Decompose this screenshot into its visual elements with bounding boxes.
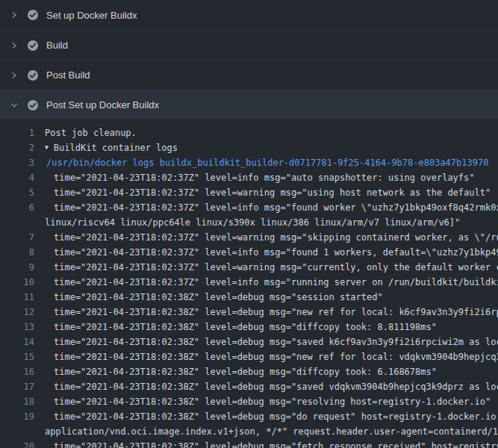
chevron-down-icon	[9, 100, 19, 111]
line-number-link[interactable]: 2	[0, 140, 34, 155]
log-row: 7time="2021-04-23T18:02:37Z" level=warni…	[0, 230, 498, 245]
line-number-link[interactable]: 10	[0, 275, 34, 290]
log-row: 2▼BuildKit container logs	[0, 140, 498, 155]
log-text: time="2021-04-23T18:02:38Z" level=debug …	[34, 394, 491, 409]
log-row: 4time="2021-04-23T18:02:37Z" level=info …	[0, 170, 498, 185]
log-row: 17time="2021-04-23T18:02:38Z" level=debu…	[0, 379, 498, 394]
log-row: 13time="2021-04-23T18:02:38Z" level=debu…	[0, 320, 498, 335]
log-command-text: /usr/bin/docker logs buildx_buildkit_bui…	[34, 155, 488, 170]
line-number-link[interactable]: 19	[0, 409, 34, 424]
line-number-link[interactable]: 8	[0, 245, 34, 260]
log-text: time="2021-04-23T18:02:37Z" level=warnin…	[34, 260, 498, 275]
line-number-link[interactable]: 5	[0, 185, 34, 200]
step-row-post-build[interactable]: Post Build	[0, 60, 498, 90]
log-row: 20time="2021-04-23T18:02:38Z" level=debu…	[0, 439, 498, 448]
log-text: Post job cleanup.	[34, 125, 137, 140]
log-text: time="2021-04-23T18:02:38Z" level=debug …	[34, 364, 437, 379]
log-row: 6time="2021-04-23T18:02:37Z" level=info …	[0, 200, 498, 215]
log-text: time="2021-04-23T18:02:37Z" level=warnin…	[34, 230, 498, 245]
log-text: time="2021-04-23T18:02:37Z" level=warnin…	[34, 185, 491, 200]
log-row: linux/riscv64 linux/ppc64le linux/s390x …	[0, 215, 498, 230]
log-row: 3/usr/bin/docker logs buildx_buildkit_bu…	[0, 155, 498, 170]
workflow-log-panel: Set up Docker Buildx Build Post Build	[0, 0, 498, 448]
log-text: time="2021-04-23T18:02:38Z" level=debug …	[34, 320, 437, 335]
check-success-icon	[27, 40, 39, 52]
step-row-post-set-up-docker-buildx[interactable]: Post Set up Docker Buildx	[0, 90, 498, 119]
log-text: linux/riscv64 linux/ppc64le linux/s390x …	[34, 215, 460, 230]
log-text: time="2021-04-23T18:02:37Z" level=info m…	[34, 275, 498, 290]
log-text: time="2021-04-23T18:02:38Z" level=debug …	[34, 305, 498, 320]
line-number-link[interactable]: 13	[0, 320, 34, 335]
line-number-link[interactable]: 14	[0, 335, 34, 349]
line-number-link[interactable]: 6	[0, 200, 34, 215]
step-row-set-up-docker-buildx[interactable]: Set up Docker Buildx	[0, 0, 498, 30]
line-number-link[interactable]: 1	[0, 125, 34, 140]
check-success-icon	[27, 99, 39, 111]
log-row: 15time="2021-04-23T18:02:38Z" level=debu…	[0, 349, 498, 364]
log-row: 5time="2021-04-23T18:02:37Z" level=warni…	[0, 185, 498, 200]
log-row: 11time="2021-04-23T18:02:38Z" level=debu…	[0, 290, 498, 305]
check-success-icon	[27, 9, 39, 21]
log-text: time="2021-04-23T18:02:38Z" level=debug …	[34, 439, 498, 448]
line-number-link[interactable]: 11	[0, 290, 34, 305]
log-group-toggle[interactable]: ▼BuildKit container logs	[34, 140, 178, 155]
log-row: 18time="2021-04-23T18:02:38Z" level=debu…	[0, 394, 498, 409]
line-number-link[interactable]: 16	[0, 364, 34, 379]
log-text: time="2021-04-23T18:02:38Z" level=debug …	[34, 349, 498, 364]
step-title: Build	[46, 40, 68, 51]
step-row-build[interactable]: Build	[0, 30, 498, 60]
log-row: 9time="2021-04-23T18:02:37Z" level=warni…	[0, 260, 498, 275]
line-number-link[interactable]: 18	[0, 394, 34, 409]
log-row: 12time="2021-04-23T18:02:38Z" level=debu…	[0, 305, 498, 320]
log-text: time="2021-04-23T18:02:38Z" level=debug …	[34, 409, 498, 424]
chevron-right-icon	[9, 70, 19, 81]
step-title: Set up Docker Buildx	[46, 10, 137, 21]
log-row: application/vnd.oci.image.index.v1+json,…	[0, 424, 498, 439]
line-number-link[interactable]: 20	[0, 439, 34, 448]
line-number-link[interactable]: 15	[0, 349, 34, 364]
line-number-link	[0, 215, 34, 230]
log-text: time="2021-04-23T18:02:38Z" level=debug …	[34, 335, 498, 349]
line-number-link[interactable]: 9	[0, 260, 34, 275]
step-title: Post Build	[46, 69, 90, 81]
line-number-link[interactable]: 12	[0, 305, 34, 320]
group-expanded-triangle-icon: ▼	[45, 140, 49, 155]
log-text: application/vnd.oci.image.index.v1+json,…	[34, 424, 498, 439]
log-row: 8time="2021-04-23T18:02:37Z" level=info …	[0, 245, 498, 260]
log-text: time="2021-04-23T18:02:37Z" level=info m…	[34, 200, 498, 215]
line-number-link[interactable]: 17	[0, 379, 34, 394]
log-viewer: 1Post job cleanup.2▼BuildKit container l…	[0, 119, 498, 448]
log-text: time="2021-04-23T18:02:37Z" level=info m…	[34, 245, 498, 260]
line-number-link	[0, 424, 34, 439]
log-row: 1Post job cleanup.	[0, 125, 498, 140]
log-row: 10time="2021-04-23T18:02:37Z" level=info…	[0, 275, 498, 290]
log-row: 16time="2021-04-23T18:02:38Z" level=debu…	[0, 364, 498, 379]
step-title: Post Set up Docker Buildx	[46, 99, 159, 111]
steps-list: Set up Docker Buildx Build Post Build	[0, 0, 498, 119]
log-row: 19time="2021-04-23T18:02:38Z" level=debu…	[0, 409, 498, 424]
line-number-link[interactable]: 7	[0, 230, 34, 245]
line-number-link[interactable]: 4	[0, 170, 34, 185]
chevron-right-icon	[9, 10, 19, 20]
log-text: time="2021-04-23T18:02:38Z" level=debug …	[34, 379, 498, 394]
check-success-icon	[27, 69, 39, 81]
chevron-right-icon	[9, 40, 19, 51]
line-number-link[interactable]: 3	[0, 155, 34, 170]
log-row: 14time="2021-04-23T18:02:38Z" level=debu…	[0, 335, 498, 349]
log-text: time="2021-04-23T18:02:37Z" level=info m…	[34, 170, 475, 185]
log-lines: 1Post job cleanup.2▼BuildKit container l…	[0, 125, 498, 448]
log-text: time="2021-04-23T18:02:38Z" level=debug …	[34, 290, 383, 305]
